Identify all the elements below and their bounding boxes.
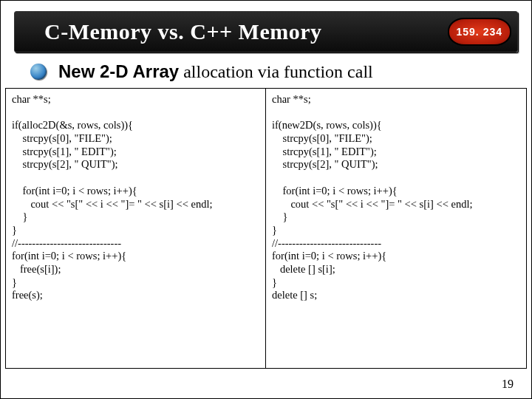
code-column-c: char **s; if(alloc2D(&s, rows, cols)){ s… [6, 89, 266, 368]
title-bar: C-Memory vs. C++ Memory 159. 234 [14, 11, 518, 52]
page-number: 19 [502, 378, 514, 391]
slide-title: C-Memory vs. C++ Memory [44, 19, 322, 44]
subheading: New 2-D Arrayallocation via function cal… [58, 61, 373, 82]
subheading-row: New 2-D Arrayallocation via function cal… [30, 61, 502, 82]
subheading-rest: allocation via function call [183, 62, 373, 81]
bullet-icon [30, 64, 47, 80]
code-column-cpp: char **s; if(new2D(s, rows, cols)){ strc… [266, 89, 526, 368]
subheading-bold: New 2-D Array [58, 61, 179, 81]
course-badge: 159. 234 [448, 18, 512, 46]
slide: C-Memory vs. C++ Memory 159. 234 New 2-D… [0, 0, 532, 399]
code-comparison: char **s; if(alloc2D(&s, rows, cols)){ s… [5, 88, 527, 369]
